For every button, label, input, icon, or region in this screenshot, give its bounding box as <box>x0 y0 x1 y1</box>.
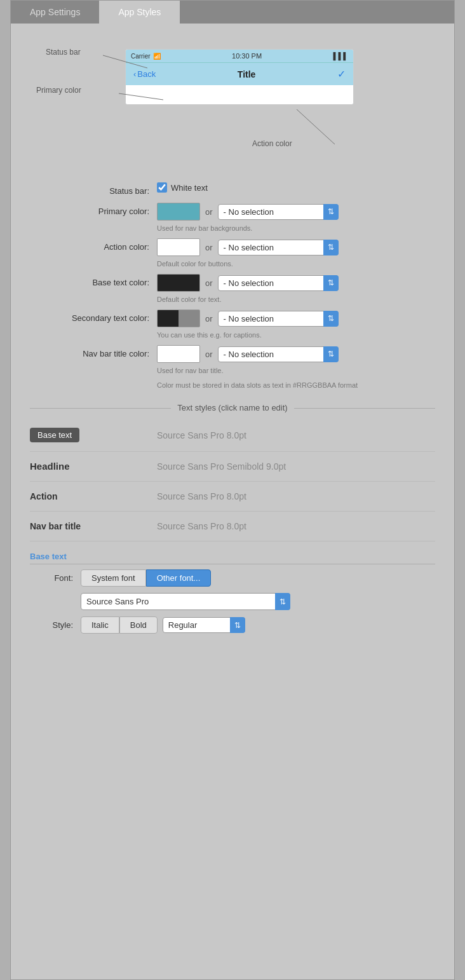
text-style-action[interactable]: Action Source Sans Pro 8.0pt <box>30 482 435 512</box>
font-button-label: Font: <box>30 573 81 583</box>
nav-bar-title-color-controls: or - No selection ⇅ <box>157 345 435 363</box>
carrier-label: Carrier <box>131 53 151 60</box>
phone-back-button: ‹ Back <box>133 69 156 79</box>
back-chevron-icon: ‹ <box>133 69 136 79</box>
text-style-headline[interactable]: Headline Source Sans Pro Semibold 9.0pt <box>30 452 435 482</box>
preview-container: Status bar Primary color Action color Ca… <box>30 36 435 176</box>
text-style-base-text[interactable]: Base text Source Sans Pro 8.0pt <box>30 419 435 452</box>
text-style-navbartitle-value: Source Sans Pro 8.0pt <box>157 521 246 531</box>
headline-label: Headline <box>30 461 70 472</box>
action-color-controls: or - No selection ⇅ <box>157 238 435 256</box>
navbartitle-label: Nav bar title <box>30 521 81 531</box>
font-select-wrapper: Source Sans Pro ⇅ <box>81 593 290 610</box>
tab-app-settings[interactable]: App Settings <box>11 1 99 24</box>
font-buttons-group: System font Other font... <box>81 569 211 587</box>
primary-color-swatch[interactable] <box>157 203 200 221</box>
primary-color-select-wrapper: - No selection ⇅ <box>218 204 339 220</box>
battery-icon: ▌▌▌ <box>334 52 348 60</box>
action-color-annot-label: Action color <box>252 139 292 148</box>
white-text-checkbox-row: White text <box>157 182 208 193</box>
base-text-color-select[interactable]: - No selection <box>218 275 339 291</box>
phone-nav-bar: ‹ Back Title ✓ <box>126 62 353 85</box>
text-style-headline-name: Headline <box>30 461 157 472</box>
main-window: App Settings App Styles Status bar Prima… <box>10 0 455 980</box>
action-color-select[interactable]: - No selection <box>218 240 339 255</box>
secondary-text-color-select[interactable]: - No selection <box>218 311 339 327</box>
style-select[interactable]: Regular <box>163 617 245 633</box>
status-bar-row: Status bar: White text <box>30 182 435 199</box>
back-label: Back <box>137 69 156 79</box>
text-style-navbartitle[interactable]: Nav bar title Source Sans Pro 8.0pt <box>30 512 435 541</box>
nav-bar-title-color-hint: Used for nav bar title. <box>157 367 435 374</box>
nav-bar-title-color-select[interactable]: - No selection <box>218 346 339 362</box>
phone-body <box>126 85 353 104</box>
font-button-row: Font: System font Other font... <box>30 569 435 587</box>
nav-bar-title-or-text: or <box>205 350 213 359</box>
primary-color-label: Primary color: <box>30 203 157 216</box>
content-area: Status bar Primary color Action color Ca… <box>11 24 454 653</box>
other-font-button[interactable]: Other font... <box>146 569 212 587</box>
tab-app-styles[interactable]: App Styles <box>99 1 180 24</box>
tab-bar: App Settings App Styles <box>11 1 454 24</box>
style-select-wrapper: Regular ⇅ <box>163 617 245 633</box>
time-label: 10:30 PM <box>232 52 262 60</box>
action-color-select-wrapper: - No selection ⇅ <box>218 240 339 255</box>
primary-or-text: or <box>205 207 213 217</box>
primary-color-row: Primary color: or - No selection ⇅ <box>30 203 435 221</box>
phone-check-icon: ✓ <box>337 68 346 80</box>
base-text-badge: Base text <box>30 428 79 442</box>
base-text-or-text: or <box>205 278 213 288</box>
secondary-text-color-hint: You can use this e.g. for captions. <box>157 331 435 339</box>
secondary-text-color-swatch[interactable] <box>157 310 200 327</box>
nav-bar-title-color-label: Nav bar title color: <box>30 345 157 358</box>
style-row: Style: Italic Bold Regular ⇅ <box>30 616 435 634</box>
primary-color-hint: Used for nav bar backgrounds. <box>157 224 435 232</box>
text-style-action-value: Source Sans Pro 8.0pt <box>157 491 246 501</box>
text-style-base-text-value: Source Sans Pro 8.0pt <box>157 430 246 440</box>
action-color-label: Action color: <box>30 238 157 252</box>
text-style-navbartitle-name: Nav bar title <box>30 521 157 532</box>
action-label: Action <box>30 491 58 501</box>
nav-bar-title-color-select-wrapper: - No selection ⇅ <box>218 346 339 362</box>
bold-button[interactable]: Bold <box>119 616 158 634</box>
action-color-swatch[interactable] <box>157 238 200 256</box>
status-bar-annot-label: Status bar <box>46 48 81 57</box>
font-select[interactable]: Source Sans Pro <box>81 593 290 610</box>
secondary-text-color-row: Secondary text color: or - No selection … <box>30 310 435 327</box>
action-color-row: Action color: or - No selection ⇅ <box>30 238 435 256</box>
status-bar-form-label: Status bar: <box>30 186 157 196</box>
secondary-text-color-controls: or - No selection ⇅ <box>157 310 435 327</box>
base-text-color-hint: Default color for text. <box>157 296 435 303</box>
base-text-color-swatch[interactable] <box>157 274 200 292</box>
white-text-checkbox[interactable] <box>157 182 167 193</box>
text-style-base-text-name: Base text <box>30 428 157 442</box>
phone-mockup: Carrier 📶 10:30 PM ▌▌▌ ‹ Back Title ✓ <box>125 49 354 105</box>
base-text-color-label: Base text color: <box>30 274 157 287</box>
system-font-button[interactable]: System font <box>81 569 146 587</box>
text-style-headline-value: Source Sans Pro Semibold 9.0pt <box>157 461 286 472</box>
primary-color-select[interactable]: - No selection <box>218 204 339 220</box>
phone-status-bar: Carrier 📶 10:30 PM ▌▌▌ <box>126 50 353 62</box>
nav-bar-title-color-swatch[interactable] <box>157 345 200 363</box>
wifi-icon: 📶 <box>153 53 161 60</box>
nav-bar-title-color-row: Nav bar title color: or - No selection ⇅ <box>30 345 435 363</box>
secondary-text-or-text: or <box>205 314 213 323</box>
primary-color-annot-label: Primary color <box>36 86 81 95</box>
secondary-text-color-select-wrapper: - No selection ⇅ <box>218 311 339 327</box>
action-or-text: or <box>205 243 213 252</box>
text-styles-section-title: Text styles (click name to edit) <box>30 403 435 412</box>
primary-color-controls: or - No selection ⇅ <box>157 203 435 221</box>
edit-section-title: Base text <box>30 552 435 564</box>
svg-line-2 <box>297 109 335 144</box>
base-text-color-select-wrapper: - No selection ⇅ <box>218 275 339 291</box>
color-format-note: Color must be stored in data slots as te… <box>157 381 373 390</box>
italic-button[interactable]: Italic <box>81 616 119 634</box>
base-text-color-row: Base text color: or - No selection ⇅ <box>30 274 435 292</box>
secondary-text-color-label: Secondary text color: <box>30 310 157 323</box>
style-label: Style: <box>30 620 81 630</box>
action-color-hint: Default color for buttons. <box>157 260 435 268</box>
text-style-action-name: Action <box>30 491 157 502</box>
font-select-row: Source Sans Pro ⇅ <box>81 593 435 610</box>
phone-title: Title <box>238 69 256 79</box>
base-text-color-controls: or - No selection ⇅ <box>157 274 435 292</box>
